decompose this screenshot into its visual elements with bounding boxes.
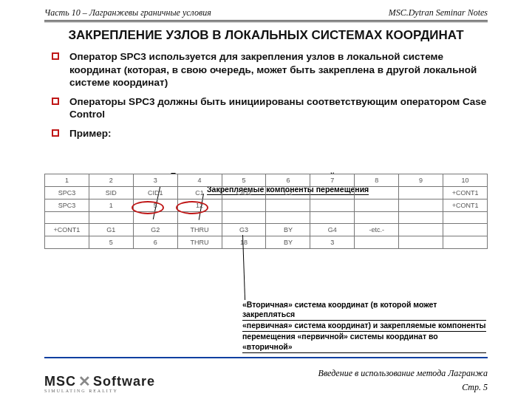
bullet-marker-icon — [52, 129, 59, 137]
footer-subtitle: Введение в использование метода Лагранжа — [318, 368, 488, 379]
logo-x-icon: ✕ — [78, 372, 91, 390]
col-head: 5 — [222, 174, 266, 187]
page-title: ЗАКРЕПЛЕНИЕ УЗЛОВ В ЛОКАЛЬНЫХ СИСТЕМАХ К… — [30, 28, 502, 43]
callout-secondary-cs: «Вторичная» система координат (в которой… — [242, 300, 486, 353]
col-head: 1 — [45, 174, 89, 187]
col-head: 2 — [89, 174, 133, 187]
footer: MSC ✕ Software SIMULATING REALITY Введен… — [44, 368, 488, 393]
bullet-marker-icon — [52, 98, 59, 105]
table-header-row: 1 2 3 4 5 6 7 8 9 10 — [45, 174, 488, 187]
bullet-marker-icon — [52, 52, 59, 60]
col-head: 8 — [355, 174, 399, 187]
header-left: Часть 10 – Лагранжевы граничные условия — [44, 7, 211, 18]
logo: MSC ✕ Software SIMULATING REALITY — [44, 372, 155, 393]
bullet-text: Операторы SPC3 должны быть инициированы … — [69, 95, 488, 121]
col-head: 6 — [266, 174, 310, 187]
table-row — [45, 212, 488, 224]
col-head: 9 — [399, 174, 443, 187]
bullet-text: Пример: — [69, 127, 112, 140]
table-row: SPC3SIDCID1C1CID2C2+CONT1 — [45, 187, 488, 200]
bullet-item: Операторы SPC3 должны быть инициированы … — [52, 95, 488, 121]
table-row: SPC31512+CONT1 — [45, 200, 488, 212]
logo-text-1: MSC — [44, 374, 76, 389]
col-head: 4 — [177, 174, 222, 187]
col-head: 7 — [310, 174, 355, 187]
bullet-list: Оператор SPC3 используется для закреплен… — [52, 50, 488, 140]
table-row: +CONT1G1G2THRUG3BYG4-etc.- — [45, 224, 488, 236]
page-number: Стр. 5 — [318, 382, 488, 393]
spc3-table-wrap: 1 2 3 4 5 6 7 8 9 10 SPC3SIDCID1C1CID2C2… — [44, 174, 488, 249]
bullet-item: Пример: — [52, 127, 488, 140]
bullet-text: Оператор SPC3 используется для закреплен… — [69, 50, 488, 89]
header-rule — [44, 20, 488, 22]
col-head: 10 — [443, 174, 488, 187]
logo-tagline: SIMULATING REALITY — [44, 389, 155, 393]
table-row: 56THRU18BY3 — [45, 236, 488, 249]
col-head: 3 — [133, 174, 177, 187]
logo-text-2: Software — [93, 374, 155, 389]
spc3-table: 1 2 3 4 5 6 7 8 9 10 SPC3SIDCID1C1CID2C2… — [44, 174, 488, 249]
header-right: MSC.Dytran Seminar Notes — [389, 7, 488, 18]
footer-rule — [44, 357, 488, 358]
bullet-item: Оператор SPC3 используется для закреплен… — [52, 50, 488, 89]
